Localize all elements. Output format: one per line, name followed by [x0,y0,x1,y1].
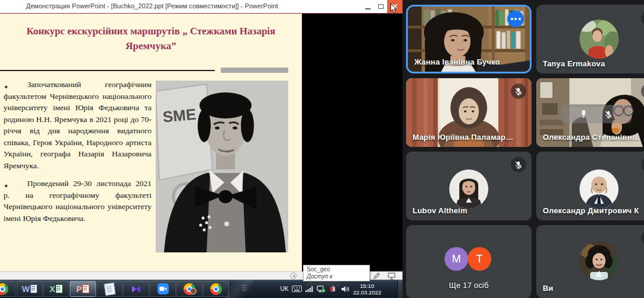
slideshow-area: Конкурс екскурсійних маршрутів „ Стежкам… [0,14,402,271]
participant-name: Lubov Altheim [413,206,467,215]
taskbar-button-zoom[interactable] [150,281,176,297]
taskbar-button-chrome-partial[interactable] [0,281,15,297]
word-icon: W [22,284,37,293]
slide-paragraph: ■Проведений 29-30 листопада 2021 р. на г… [4,178,152,224]
bullet-icon: ■ [5,180,8,192]
participant-tile-lubov[interactable]: Lubov Altheim [406,152,532,220]
chrome-icon [0,283,8,295]
participant-name: Олександра Степанівн… [543,133,640,142]
minimize-button[interactable] [361,0,374,13]
participant-tile-self[interactable]: Ви [536,225,644,298]
taskbar-button-chrome-profile[interactable] [176,281,202,297]
minimize-icon [365,8,371,9]
excel-icon: X [50,284,63,293]
taskbar-button-word[interactable]: W [17,281,43,297]
annotation-pen-icon[interactable] [373,273,380,280]
title-underline [0,70,215,71]
network-status: Доступ к Интернету [307,273,366,287]
screen: Демонстрация PowerPoint - [Buchko_2022.p… [0,0,644,298]
participant-tile-zhanna[interactable]: Жанна Іванівна Бучко [406,5,532,73]
more-options-button[interactable] [507,11,524,27]
participant-tile-oleksandr[interactable]: Олександр Дмитрович К [536,152,644,220]
window-title: Демонстрация PowerPoint - [Buchko_2022.p… [26,2,278,9]
participant-name: Tanya Ermakova [543,59,605,68]
powerpoint-icon: P [76,284,89,293]
participant-avatar [579,169,619,209]
zoom-icon [157,283,169,294]
show-desktop-button[interactable] [397,280,402,298]
chrome-icon [210,283,222,295]
notepad-icon [104,282,115,295]
participant-avatar [449,169,488,209]
title-underline-endbox [221,68,288,73]
mic-muted-icon [511,157,526,172]
previous-slide-button[interactable] [290,273,297,279]
mic-muted-icon [511,84,526,99]
powerpoint-titlebar[interactable]: Демонстрация PowerPoint - [Buchko_2022.p… [0,0,402,14]
taskbar-button-notepad[interactable] [96,281,123,297]
restore-button[interactable] [374,0,387,13]
mic-off-icon [604,110,613,118]
language-indicator[interactable]: UK [281,286,289,292]
more-people-label: Ще 17 осіб [406,281,532,290]
slide-paragraph: ■Започаткований географічним факультетом… [4,79,152,171]
mic-muted-icon [641,230,644,246]
avatar-letter-m: M [445,247,468,271]
participant-name: Жанна Іванівна Бучко [414,57,500,66]
network-name: Soc_geo [307,266,366,273]
network-tooltip: Soc_geo Доступ к Интернету [303,265,370,281]
participant-tile-more-people[interactable]: M T Ще 17 осіб [406,225,532,298]
taskbar-button-powerpoint[interactable]: P [70,281,96,297]
mic-muted-icon [641,157,644,172]
chrome-profile-badge [190,288,197,294]
participant-avatar [579,241,619,280]
taskbar-glass-streak [226,280,254,298]
slide-title: Конкурс екскурсійних маршрутів „ Стежкам… [18,24,284,53]
participant-name: Ви [543,284,553,293]
slide[interactable]: Конкурс екскурсійних маршрутів „ Стежкам… [0,14,302,271]
participant-name: Марія Юріївна Паламар… [413,133,513,142]
poster-text: SME [162,105,197,126]
statusbar-icons [373,273,395,280]
tile-hover-controls [561,105,632,123]
avatar-letter-t: T [468,247,491,271]
meet-participants-panel: Жанна Іванівна Бучко Tanya Ermakova [402,0,644,298]
participant-name: Олександр Дмитрович К [543,206,639,215]
kmplayer-icon [131,284,141,294]
participant-tile-tanya[interactable]: Tanya Ermakova [536,5,644,73]
restore-icon [378,4,384,9]
bullet-icon: ■ [5,81,8,93]
taskbar-button-excel[interactable]: X [43,281,69,297]
taskbar-button-kmplayer[interactable] [123,281,149,297]
participant-tile-oleksandra[interactable]: Олександра Степанівн… [536,78,644,147]
yaremchuk-portrait-photo: SME [156,81,288,252]
pin-icon[interactable] [579,110,588,118]
taskbar-button-chrome[interactable] [203,281,229,297]
show-hidden-icons-button[interactable] [243,285,247,293]
tray-date: 22.03.2022 [353,289,381,296]
participant-avatar [579,20,619,59]
mouse-cursor [390,3,398,14]
keyboard-icon[interactable] [292,286,302,292]
mic-muted-icon [641,10,644,25]
display-settings-icon[interactable] [388,273,395,280]
slide-body-text: ■Започаткований географічним факультетом… [4,79,152,230]
participant-tile-maria[interactable]: Марія Юріївна Паламар… [406,78,532,147]
powerpoint-window: Демонстрация PowerPoint - [Buchko_2022.p… [0,0,402,298]
